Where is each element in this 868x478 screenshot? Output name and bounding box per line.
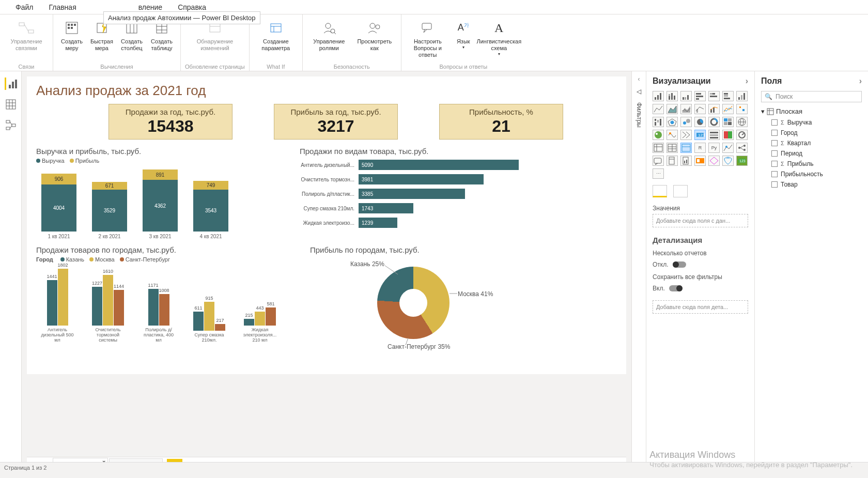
viz-type-icon[interactable] xyxy=(722,117,734,127)
table-node[interactable]: ▾Плоская xyxy=(761,107,862,115)
filters-pane-collapsed[interactable]: ‹ ◁ Фильтры xyxy=(631,71,646,462)
manage-roles-button[interactable]: Управление ролями xyxy=(307,18,351,54)
field-item[interactable]: ΣКвартал xyxy=(761,138,862,148)
viz-type-icon[interactable] xyxy=(708,91,720,101)
tab-page-1[interactable]: Страница 1× xyxy=(53,458,108,462)
grouped-bar[interactable]: 611915217Супер смазка 210мл. xyxy=(191,302,227,343)
menu-help[interactable]: Справка xyxy=(178,3,206,11)
field-checkbox[interactable] xyxy=(771,150,778,157)
viz-type-icon[interactable] xyxy=(680,143,692,153)
field-item[interactable]: ΣВыручка xyxy=(761,117,862,128)
field-item[interactable]: Город xyxy=(761,128,862,138)
hbar-row[interactable]: Полироль д/пластик...3385 xyxy=(300,189,617,199)
report-view-icon[interactable] xyxy=(5,78,17,90)
fields-search[interactable]: 🔍Поиск xyxy=(761,91,862,102)
viz-type-icon[interactable] xyxy=(722,91,734,101)
horizontal-bar-chart[interactable]: Антигель дизельный...5090Очиститель торм… xyxy=(300,158,617,228)
viz-type-icon[interactable] xyxy=(708,130,720,140)
viz-type-icon[interactable] xyxy=(722,143,734,153)
field-item[interactable]: ΣПрибыль xyxy=(761,159,862,169)
stacked-bar[interactable]: 8914362 3 кв 2021 xyxy=(143,169,178,239)
hbar-row[interactable]: Жидкая электроизо...1239 xyxy=(300,218,617,228)
hbar-row[interactable]: Антигель дизельный...5090 xyxy=(300,160,617,170)
viz-type-icon[interactable] xyxy=(736,91,748,101)
viz-type-icon[interactable] xyxy=(694,104,706,114)
field-checkbox[interactable] xyxy=(771,119,778,126)
grouped-bar[interactable]: 122716101144Очиститель тормозной системы xyxy=(90,275,126,343)
viz-type-icon[interactable] xyxy=(694,91,706,101)
field-checkbox[interactable] xyxy=(771,171,778,177)
stacked-bar[interactable]: 6713529 2 кв 2021 xyxy=(92,182,127,239)
viz-type-icon[interactable] xyxy=(680,156,692,166)
viz-type-icon[interactable] xyxy=(708,156,720,166)
model-view-icon[interactable] xyxy=(5,119,17,131)
field-checkbox[interactable] xyxy=(771,181,778,188)
hbar-row[interactable]: Очиститель тормозн...3981 xyxy=(300,174,617,184)
drillthrough-dropzone[interactable]: Добавьте сюда поля дета... xyxy=(653,300,748,314)
report-canvas[interactable]: Анализ продаж за 2021 год Продажи за год… xyxy=(27,76,626,374)
viz-type-icon[interactable] xyxy=(653,156,664,166)
language-button[interactable]: A가Язык▾ xyxy=(451,18,476,52)
menu-home[interactable]: Главная xyxy=(49,3,76,11)
viz-type-icon[interactable] xyxy=(667,156,678,166)
viz-type-icon[interactable] xyxy=(680,91,692,101)
viz-type-icon[interactable] xyxy=(653,130,664,140)
new-measure-button[interactable]: Создать меру xyxy=(57,18,86,54)
viz-type-icon[interactable] xyxy=(694,117,706,127)
grouped-bar-chart[interactable]: 14411802Антигель дизельный 500 мл1227161… xyxy=(36,266,284,343)
stacked-bar[interactable]: 9064004 1 кв 2021 xyxy=(41,174,76,239)
menu-file[interactable]: Файл xyxy=(16,3,33,11)
viz-type-icon[interactable] xyxy=(736,130,748,140)
linguistic-schema-button[interactable]: AЛингвистическая схема▾ xyxy=(477,18,521,59)
speaker-icon[interactable]: ◁ xyxy=(637,88,641,95)
viz-type-icon[interactable] xyxy=(694,156,706,166)
kpi-margin[interactable]: Прибыльность, %21 xyxy=(439,104,563,140)
viz-type-icon[interactable] xyxy=(722,104,734,114)
viz-type-icon[interactable] xyxy=(722,156,734,166)
close-tab-icon[interactable]: × xyxy=(102,459,105,462)
viz-type-icon[interactable] xyxy=(708,117,720,127)
viz-type-icon[interactable]: 123 xyxy=(694,130,706,140)
viz-type-icon[interactable] xyxy=(667,130,678,140)
kpi-sales[interactable]: Продажи за год, тыс.руб.15438 xyxy=(109,104,233,140)
keep-filters-toggle[interactable] xyxy=(669,285,683,291)
field-item[interactable]: Прибыльность xyxy=(761,169,862,179)
collapse-viz-icon[interactable]: › xyxy=(746,76,748,86)
add-page-button[interactable]: + xyxy=(167,459,182,462)
viz-type-icon[interactable] xyxy=(653,117,664,127)
view-as-button[interactable]: Просмотреть как xyxy=(352,18,397,54)
format-tab-button[interactable] xyxy=(673,185,688,197)
viz-type-icon[interactable] xyxy=(667,91,678,101)
viz-type-icon[interactable] xyxy=(653,91,664,101)
field-checkbox[interactable] xyxy=(771,161,778,167)
viz-type-icon[interactable]: 123 xyxy=(736,156,748,166)
collapse-icon[interactable]: ‹ xyxy=(638,75,640,83)
values-dropzone[interactable]: Добавьте сюда поля с дан... xyxy=(653,214,748,227)
viz-type-icon[interactable] xyxy=(736,104,748,114)
qa-setup-button[interactable]: Настроить Вопросы и ответы xyxy=(406,18,450,61)
viz-type-icon[interactable] xyxy=(667,117,678,127)
stacked-bar[interactable]: 7493543 4 кв 2021 xyxy=(193,181,228,239)
grouped-bar[interactable]: 215443581Жидкая электроизоля... 210 мл xyxy=(242,307,278,343)
viz-type-icon[interactable] xyxy=(653,143,664,153)
collapse-fields-icon[interactable]: › xyxy=(859,76,862,86)
viz-type-icon[interactable]: Py xyxy=(708,143,720,153)
viz-type-icon[interactable] xyxy=(736,117,748,127)
viz-type-icon[interactable] xyxy=(708,104,720,114)
kpi-profit[interactable]: Прибыль за год, тыс.руб.3217 xyxy=(274,104,398,140)
hbar-row[interactable]: Супер смазка 210мл.1743 xyxy=(300,203,617,213)
tab-page-2[interactable]: Страница 2 xyxy=(109,458,163,462)
viz-type-icon[interactable]: ⋯ xyxy=(653,168,664,179)
grouped-bar[interactable]: 14411802Антигель дизельный 500 мл xyxy=(39,269,75,343)
cross-report-toggle[interactable] xyxy=(673,261,686,268)
field-item[interactable]: Товар xyxy=(761,179,862,190)
menu-view[interactable]: вление xyxy=(138,3,162,11)
field-item[interactable]: Период xyxy=(761,148,862,159)
viz-type-icon[interactable] xyxy=(680,117,692,127)
viz-type-icon[interactable] xyxy=(667,104,678,114)
stacked-bar-chart[interactable]: 9064004 1 кв 2021 6713529 2 кв 2021 8914… xyxy=(36,167,274,239)
viz-type-icon[interactable] xyxy=(736,143,748,153)
viz-type-icon[interactable] xyxy=(680,104,692,114)
data-view-icon[interactable] xyxy=(5,98,17,111)
field-checkbox[interactable] xyxy=(771,140,778,146)
